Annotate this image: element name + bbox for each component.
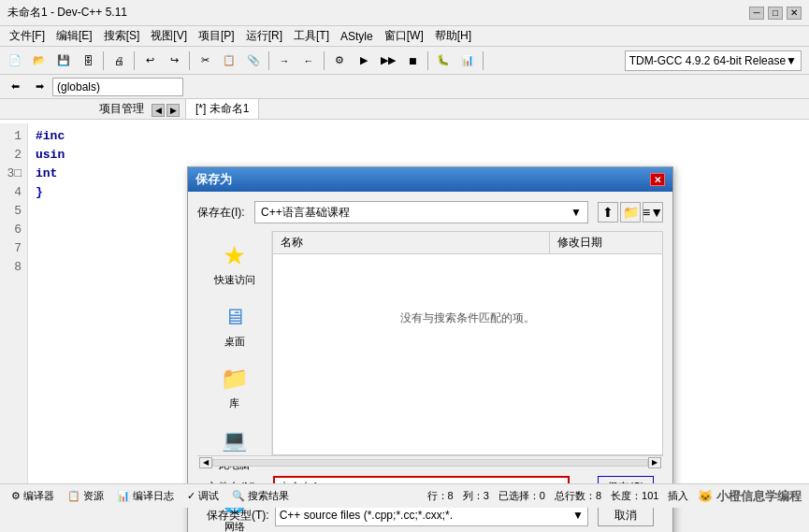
menu-help[interactable]: 帮助[H] bbox=[429, 26, 477, 46]
nav-quick-access-label: 快速访问 bbox=[214, 273, 255, 287]
save-in-dropdown[interactable]: C++语言基础课程 ▼ bbox=[254, 201, 588, 223]
window-title: 未命名1 - Dev-C++ 5.11 bbox=[7, 5, 127, 21]
dialog-titlebar: 保存为 ✕ bbox=[188, 167, 672, 192]
filetype-value: C++ source files (*.cpp;*.cc;*.cxx;*. bbox=[280, 509, 453, 522]
file-list-header: 名称 修改日期 bbox=[273, 232, 662, 254]
main-area: 1 2 3□ 4 5 6 7 8 #inc usin int } bbox=[0, 120, 809, 508]
line-num-3: 3□ bbox=[0, 165, 27, 183]
nav-library[interactable]: 📁 库 bbox=[220, 364, 250, 410]
menu-file[interactable]: 文件[F] bbox=[4, 26, 51, 46]
indent-button[interactable]: → bbox=[273, 50, 296, 71]
toolbar-separator-2 bbox=[134, 51, 135, 70]
scroll-right-button[interactable]: ▶ bbox=[648, 457, 661, 468]
tab-arrows: ◀ ▶ bbox=[150, 102, 181, 119]
active-tab[interactable]: [*] 未命名1 bbox=[185, 98, 259, 119]
code-line-1: #inc bbox=[36, 127, 802, 146]
status-tab-compiler[interactable]: ⚙ 编译器 bbox=[7, 488, 58, 504]
mode-info: 插入 bbox=[668, 489, 688, 503]
compile-run-button[interactable]: ▶▶ bbox=[377, 50, 399, 71]
scroll-track[interactable] bbox=[212, 459, 648, 467]
undo-button[interactable]: ↩ bbox=[138, 50, 161, 71]
new-button[interactable]: 📄 bbox=[4, 50, 26, 71]
line-numbers: 1 2 3□ 4 5 6 7 8 bbox=[0, 123, 28, 504]
view-toggle-button[interactable]: ≡▼ bbox=[643, 202, 663, 223]
status-tab-search[interactable]: 🔍 搜索结果 bbox=[228, 488, 293, 504]
file-header-date: 修改日期 bbox=[550, 232, 662, 253]
dialog-body: 保存在(I): C++语言基础课程 ▼ ⬆ 📁 ≡▼ ★ bbox=[188, 192, 672, 532]
compile-log-icon: 📊 bbox=[117, 490, 130, 502]
paste-button[interactable]: 📎 bbox=[242, 50, 265, 71]
line-num-2: 2 bbox=[0, 146, 27, 165]
menu-edit[interactable]: 编辑[E] bbox=[51, 26, 98, 46]
stop-button[interactable]: ⏹ bbox=[401, 50, 424, 71]
menu-search[interactable]: 搜索[S] bbox=[98, 26, 146, 46]
nav-quick-access[interactable]: ★ 快速访问 bbox=[214, 240, 255, 287]
debug-button[interactable]: 🐛 bbox=[432, 50, 455, 71]
save-in-row: 保存在(I): C++语言基础课程 ▼ ⬆ 📁 ≡▼ bbox=[197, 201, 663, 223]
line-num-7: 7 bbox=[0, 239, 27, 258]
menu-view[interactable]: 视图[V] bbox=[145, 26, 193, 46]
desktop-icon: 🖥 bbox=[220, 302, 250, 332]
dialog-title: 保存为 bbox=[195, 171, 232, 188]
unindent-button[interactable]: ← bbox=[297, 50, 320, 71]
tab-prev-button[interactable]: ◀ bbox=[152, 104, 165, 117]
save-in-value: C++语言基础课程 bbox=[261, 205, 350, 221]
print-button[interactable]: 🖨 bbox=[108, 50, 130, 71]
tab-next-button[interactable]: ▶ bbox=[166, 104, 180, 117]
status-tab-resources[interactable]: 📋 资源 bbox=[64, 488, 108, 504]
dialog-file-area: 名称 修改日期 没有与搜索条件匹配的项。 bbox=[272, 231, 663, 455]
window-controls: ─ □ ✕ bbox=[749, 7, 802, 20]
row-info: 行：8 bbox=[427, 489, 454, 503]
up-folder-button[interactable]: ⬆ bbox=[598, 202, 618, 223]
open-button[interactable]: 📂 bbox=[28, 50, 51, 71]
selected-info: 已选择：0 bbox=[498, 489, 545, 503]
menu-astyle[interactable]: AStyle bbox=[335, 28, 379, 45]
code-line-2: usin bbox=[36, 146, 802, 165]
horizontal-scrollbar[interactable]: ◀ ▶ bbox=[197, 455, 663, 468]
cut-button[interactable]: ✂ bbox=[194, 50, 216, 71]
minimize-button[interactable]: ─ bbox=[749, 7, 764, 20]
profile-button[interactable]: 📊 bbox=[456, 50, 479, 71]
col-info: 列：3 bbox=[463, 489, 489, 503]
close-button[interactable]: ✕ bbox=[787, 7, 802, 20]
forward-button[interactable]: ➡ bbox=[28, 77, 51, 97]
quick-access-icon: ★ bbox=[220, 240, 250, 270]
save-all-button[interactable]: 🗄 bbox=[77, 50, 99, 71]
nav-library-label: 库 bbox=[229, 396, 239, 410]
goto-button[interactable]: ⬅ bbox=[4, 77, 26, 97]
menu-project[interactable]: 项目[P] bbox=[193, 26, 240, 46]
run-button[interactable]: ▶ bbox=[353, 50, 375, 71]
menu-tools[interactable]: 工具[T] bbox=[288, 26, 335, 46]
save-button[interactable]: 💾 bbox=[52, 50, 75, 71]
dialog-close-button[interactable]: ✕ bbox=[650, 173, 665, 186]
nav-desktop[interactable]: 🖥 桌面 bbox=[220, 302, 250, 349]
save-dialog: 保存为 ✕ 保存在(I): C++语言基础课程 ▼ ⬆ 📁 ≡▼ bbox=[187, 166, 673, 532]
line-num-5: 5 bbox=[0, 202, 27, 221]
compile-button[interactable]: ⚙ bbox=[328, 50, 351, 71]
new-folder-button[interactable]: 📁 bbox=[620, 202, 641, 223]
library-icon: 📁 bbox=[220, 364, 250, 394]
total-info: 总行数：8 bbox=[555, 489, 601, 503]
toolbar-separator-1 bbox=[103, 51, 104, 70]
watermark: 🐱 小橙信息学编程 bbox=[698, 488, 802, 505]
save-in-label: 保存在(I): bbox=[197, 205, 249, 221]
status-tab-debug[interactable]: ✓ 调试 bbox=[183, 488, 223, 504]
copy-button[interactable]: 📋 bbox=[218, 50, 240, 71]
maximize-button[interactable]: □ bbox=[768, 7, 783, 20]
redo-button[interactable]: ↪ bbox=[163, 50, 185, 71]
file-header-name: 名称 bbox=[273, 232, 550, 253]
menu-run[interactable]: 运行[R] bbox=[240, 26, 288, 46]
compiler-icon: ⚙ bbox=[11, 490, 21, 502]
tab-bar: 项目管理 ◀ ▶ [*] 未命名1 bbox=[0, 99, 809, 120]
toolbar-separator-6 bbox=[427, 51, 428, 70]
menu-window[interactable]: 窗口[W] bbox=[379, 26, 429, 46]
toolbar: 📄 📂 💾 🗄 🖨 ↩ ↪ ✂ 📋 📎 → ← ⚙ ▶ ▶▶ ⏹ 🐛 📊 TDM… bbox=[0, 47, 809, 75]
dialog-sidebar: ★ 快速访问 🖥 桌面 📁 库 bbox=[197, 231, 272, 455]
compiler-dropdown[interactable]: TDM-GCC 4.9.2 64-bit Release ▼ bbox=[625, 50, 802, 71]
globals-dropdown[interactable]: (globals) bbox=[52, 78, 183, 96]
status-tab-compile-log[interactable]: 📊 编译日志 bbox=[113, 488, 178, 504]
scroll-left-button[interactable]: ◀ bbox=[199, 457, 212, 468]
computer-icon: 💻 bbox=[220, 425, 250, 455]
path-icons: ⬆ 📁 ≡▼ bbox=[598, 202, 663, 223]
resources-icon: 📋 bbox=[67, 490, 80, 502]
